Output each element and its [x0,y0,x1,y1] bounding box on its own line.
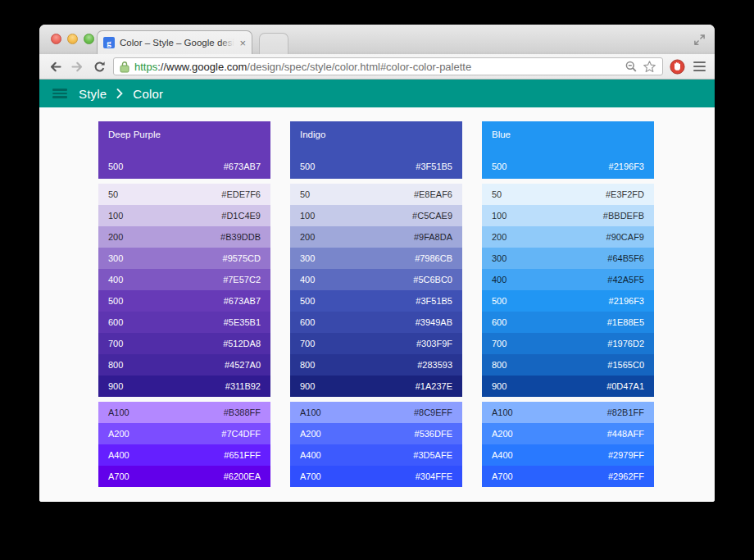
swatch-hex: #311B92 [225,381,261,391]
swatch-label: 700 [492,339,506,348]
swatch-hex: #B39DDB [220,232,261,242]
swatch-label: A700 [492,471,513,481]
swatch-label: A100 [300,407,321,417]
swatch-row: A700#6200EA [98,466,270,487]
palette-header-row: 500#673AB7 [108,162,261,171]
swatch-row: 300#7986CB [290,248,462,269]
tab-close-icon[interactable]: × [239,38,246,48]
swatch-hex: #E8EAF6 [414,189,452,199]
swatch-label: 200 [300,232,315,242]
swatch-row: 50#EDE7F6 [98,184,270,205]
swatch-label: A700 [300,471,321,481]
swatch-hex: #0D47A1 [606,381,644,391]
swatch-label: 800 [492,360,506,370]
swatch-group-shades: 50#E3F2FD100#BBDEFB200#90CAF9300#64B5F64… [482,184,654,397]
swatch-label: 400 [492,275,506,285]
swatch-label: 500 [492,162,506,171]
breadcrumb-color[interactable]: Color [133,87,163,101]
swatch-row: A400#3D5AFE [290,444,462,466]
fullscreen-expand-icon[interactable] [692,32,706,47]
swatch-hex: #2196F3 [609,162,644,171]
swatch-label: 500 [492,296,506,306]
swatch-label: 500 [300,162,315,171]
swatch-hex: #3D5AFE [413,450,452,460]
forward-icon[interactable] [69,58,85,75]
swatch-hex: #2979FF [608,450,644,460]
swatch-hex: #8C9EFF [414,407,452,417]
swatch-label: A100 [108,407,129,417]
swatch-row: 900#0D47A1 [482,376,654,397]
swatch-hex: #EDE7F6 [221,189,261,199]
swatch-hex: #536DFE [415,429,452,439]
palettes: Deep Purple500#673AB750#EDE7F6100#D1C4E9… [98,121,654,487]
swatch-label: A100 [492,407,513,417]
swatch-row: A200#448AFF [482,423,654,444]
swatch-row: 200#90CAF9 [482,226,654,248]
swatch-row: 500#3F51B5 [290,290,462,312]
back-icon[interactable] [47,58,63,75]
swatch-row: 500#2196F3 [482,290,654,312]
swatch-row: A100#82B1FF [482,402,654,423]
swatch-hex: #651FFF [224,450,261,460]
swatch-group-accents: A100#8C9EFFA200#536DFEA400#3D5AFEA700#30… [290,402,462,487]
url-domain: www.google.com [166,61,247,73]
swatch-row: 100#BBDEFB [482,205,654,226]
swatch-hex: #6200EA [224,471,261,481]
swatch-row: 300#9575CD [98,248,270,269]
window-minimize-button[interactable] [67,34,78,44]
palette-header-swatch: Deep Purple500#673AB7 [98,121,270,179]
palette-header-swatch: Indigo500#3F51B5 [290,121,462,179]
swatch-label: A400 [300,450,321,460]
chrome-menu-icon[interactable] [691,58,707,75]
swatch-label: A200 [108,429,129,439]
swatch-hex: #1976D2 [607,339,644,348]
swatch-hex: #304FFE [416,471,452,481]
swatch-label: 500 [300,296,315,306]
page-content: Deep Purple500#673AB750#EDE7F6100#D1C4E9… [39,107,715,502]
swatch-hex: #82B1FF [607,407,644,417]
breadcrumb-style[interactable]: Style [79,87,107,101]
nav-drawer-menu-icon[interactable] [52,89,67,98]
swatch-hex: #7986CB [415,253,452,263]
swatch-label: 50 [108,189,118,199]
swatch-group-accents: A100#82B1FFA200#448AFFA400#2979FFA700#29… [482,402,654,487]
swatch-label: 200 [108,232,123,242]
swatch-row: A700#304FFE [290,466,462,487]
palette-name: Deep Purple [108,130,161,139]
swatch-hex: #BBDEFB [603,211,644,221]
address-bar[interactable]: https://www.google.com/design/spec/style… [113,57,663,75]
swatch-label: 400 [300,275,315,285]
swatch-label: 600 [300,317,315,327]
bookmark-star-icon[interactable] [643,60,656,74]
swatch-label: 900 [492,381,506,391]
swatch-hex: #1E88E5 [607,317,644,327]
swatch-row: 200#9FA8DA [290,226,462,248]
swatch-label: 500 [108,296,123,306]
swatch-row: 700#512DA8 [98,333,270,354]
swatch-hex: #E3F2FD [606,189,644,199]
secure-padlock-icon [120,61,129,73]
extension-hand-icon[interactable] [669,58,685,75]
url-separator: :// [157,61,166,73]
palette-header-row: 500#3F51B5 [300,162,452,171]
swatch-label: 300 [108,253,123,263]
window-close-button[interactable] [51,34,61,44]
new-tab-button[interactable] [259,33,288,54]
swatch-label: A200 [300,429,321,439]
swatch-hex: #42A5F5 [607,275,644,285]
swatch-hex: #B388FF [224,407,261,417]
browser-window: g Color – Style – Google desi × [39,25,715,502]
swatch-label: 800 [300,360,315,370]
swatch-hex: #5E35B1 [224,317,261,327]
url-text: https://www.google.com/design/spec/style… [134,61,620,73]
swatch-label: 50 [492,189,502,199]
tab-color-style[interactable]: g Color – Style – Google desi × [97,30,252,54]
reload-icon[interactable] [91,58,107,75]
swatch-label: 100 [300,211,315,221]
window-zoom-button[interactable] [84,34,94,44]
swatch-row: 400#42A5F5 [482,269,654,290]
palette-header-row: 500#2196F3 [492,162,644,171]
zoom-out-icon[interactable] [625,60,638,73]
breadcrumb-chevron-icon [116,89,123,98]
swatch-row: 600#1E88E5 [482,312,654,333]
